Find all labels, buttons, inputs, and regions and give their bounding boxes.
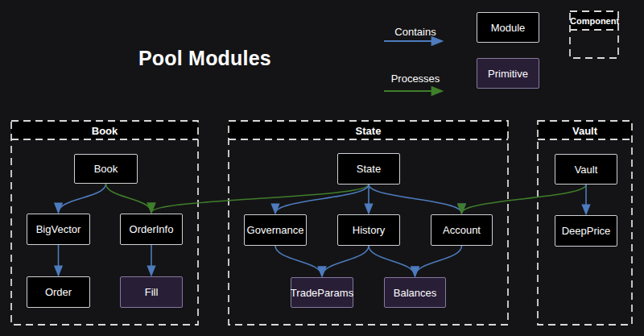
node-book-node: Book	[74, 154, 138, 184]
container-state-title: State	[229, 126, 508, 136]
node-account: Account	[431, 214, 493, 246]
node-governance: Governance	[244, 214, 307, 246]
node-module-sample: Module	[477, 12, 539, 43]
container-book-title: Book	[11, 126, 198, 136]
node-fill: Fill	[120, 276, 183, 308]
node-orderinfo: OrderInfo	[120, 214, 183, 245]
node-bigvector: BigVector	[27, 214, 90, 245]
node-balances: Balances	[384, 277, 446, 308]
node-order: Order	[27, 276, 90, 308]
container-component-sample-title: Component	[570, 17, 618, 26]
diagram-node-layer: BookStateVaultComponentBookBigVectorOrde…	[0, 0, 644, 336]
legend-contains-label: Contains	[394, 27, 436, 37]
node-vault-node: Vault	[555, 154, 617, 185]
node-tradeparams: TradeParams	[291, 277, 353, 308]
container-vault-title: Vault	[538, 126, 632, 136]
node-primitive-sample: Primitive	[477, 58, 539, 89]
legend-processes-label: Processes	[391, 73, 440, 84]
node-state-node: State	[337, 153, 400, 185]
node-history: History	[337, 214, 400, 246]
node-deepprice: DeepPrice	[555, 215, 617, 247]
pool-modules-diagram: Pool Modules BookStateVaultComponentBook…	[0, 0, 644, 336]
